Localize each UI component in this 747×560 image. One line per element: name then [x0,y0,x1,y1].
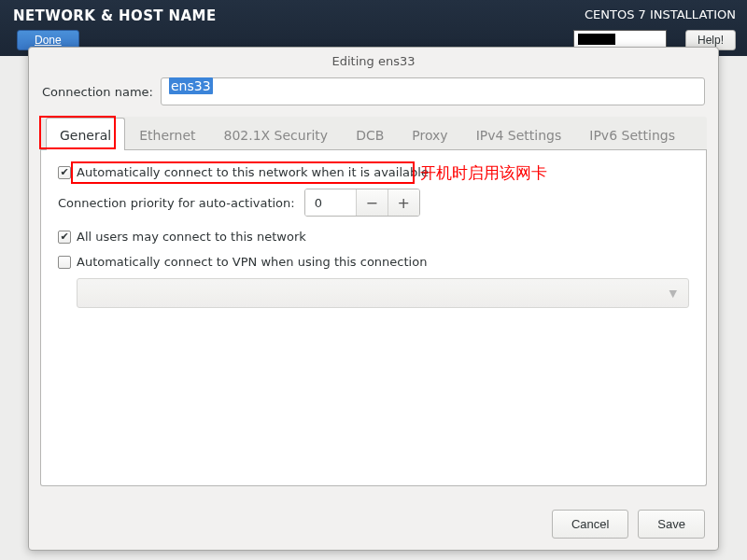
vpn-select[interactable]: ▼ [77,278,689,308]
tab-ipv4[interactable]: IPv4 Settings [462,118,576,150]
tab-general[interactable]: General [46,118,125,150]
all-users-row: All users may connect to this network [58,230,689,244]
priority-spinner[interactable]: 0 − + [304,189,420,217]
connection-name-label: Connection name: [42,85,153,99]
priority-row: Connection priority for auto-activation:… [58,189,689,217]
all-users-checkbox[interactable] [58,231,71,244]
auto-vpn-row: Automatically connect to VPN when using … [58,255,689,269]
auto-vpn-label: Automatically connect to VPN when using … [77,255,427,269]
all-users-label: All users may connect to this network [77,230,306,244]
connection-name-row: Connection name: ens33 [29,77,718,117]
priority-label: Connection priority for auto-activation: [58,196,295,210]
tab-ipv6[interactable]: IPv6 Settings [575,118,689,150]
auto-connect-label: Automatically connect to this network wh… [77,165,429,179]
tab-proxy[interactable]: Proxy [398,118,461,150]
dialog-title: Editing ens33 [29,48,718,77]
connection-name-input[interactable]: ens33 [161,77,705,105]
priority-increment[interactable]: + [388,189,419,216]
page-title: NETWORK & HOST NAME [13,7,217,24]
auto-connect-checkbox[interactable] [58,166,71,179]
priority-decrement[interactable]: − [356,189,388,216]
connection-name-value: ens33 [169,77,213,94]
tab-security[interactable]: 802.1X Security [210,118,343,150]
edit-connection-dialog: Editing ens33 Connection name: ens33 Gen… [28,47,719,551]
auto-vpn-checkbox[interactable] [58,256,71,269]
chevron-down-icon: ▼ [669,287,677,300]
save-button[interactable]: Save [638,510,705,539]
auto-connect-row: Automatically connect to this network wh… [58,165,689,179]
tab-ethernet[interactable]: Ethernet [125,118,209,150]
priority-value[interactable]: 0 [305,189,356,216]
tabs: General Ethernet 802.1X Security DCB Pro… [40,117,707,486]
tabstrip: General Ethernet 802.1X Security DCB Pro… [40,117,707,150]
installer-brand: CENTOS 7 INSTALLATION [585,7,736,21]
tab-dcb[interactable]: DCB [342,118,398,150]
keyboard-layout-input[interactable] [573,30,667,49]
cancel-button[interactable]: Cancel [552,510,628,539]
tab-body-general: Automatically connect to this network wh… [40,150,707,486]
dialog-buttons: Cancel Save [552,510,705,539]
